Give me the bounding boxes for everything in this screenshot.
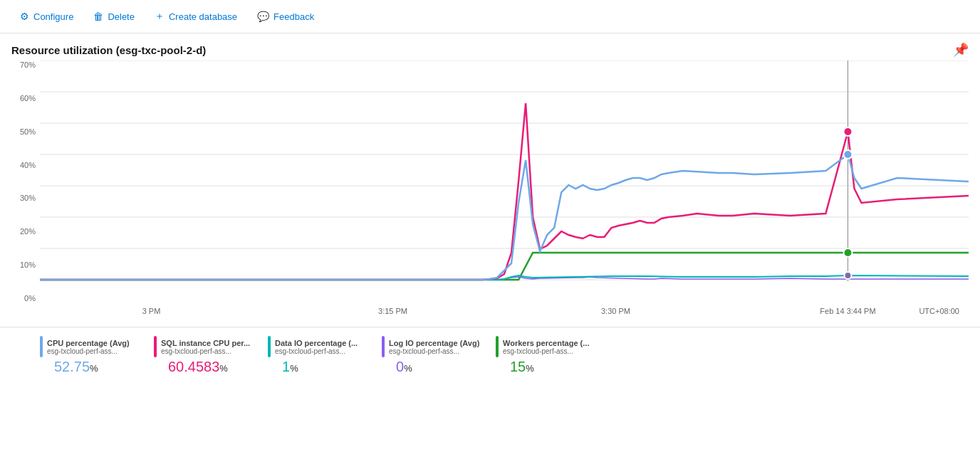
cpu-dot [843,150,852,159]
toolbar: ⚙ Configure 🗑 Delete ＋ Create database 💬… [0,0,980,33]
x-label-344pm: Feb 14 3:44 PM [820,307,875,315]
workers-color-bar [496,336,499,357]
x-label-330pm: 3:30 PM [601,307,630,315]
log-io-sub: esg-txcloud-perf-ass... [389,347,479,355]
create-db-icon: ＋ [155,10,165,23]
create-database-button[interactable]: ＋ Create database [146,6,246,27]
y-label-30: 30% [11,194,40,202]
legend-item-workers: Workers percentage (... esg-txcloud-perf… [496,336,595,375]
sql-cpu-sub: esg-txcloud-perf-ass... [161,347,250,355]
y-label-40: 40% [11,161,40,169]
sql-cpu-color-bar [154,336,157,357]
data-io-unit: % [290,363,298,374]
legend-item-log-io: Log IO percentage (Avg) esg-txcloud-perf… [382,336,481,375]
x-label-utc: UTC+08:00 [919,307,959,315]
log-io-color-bar [382,336,385,357]
cpu-value: 52.75 [54,359,90,375]
data-io-sub: esg-txcloud-perf-ass... [275,347,358,355]
legend-item-data-io: Data IO percentage (... esg-txcloud-perf… [268,336,368,375]
delete-button[interactable]: 🗑 Delete [85,6,143,26]
configure-button[interactable]: ⚙ Configure [11,6,82,26]
delete-icon: 🗑 [93,11,103,22]
data-io-series-name: Data IO percentage (... [275,339,358,347]
y-label-10: 10% [11,261,40,269]
data-io-value: 1 [282,359,290,375]
sql-cpu-series-name: SQL instance CPU per... [161,339,250,347]
legend: CPU percentage (Avg) esg-txcloud-perf-as… [0,327,980,381]
page-title: Resource utilization (esg-txc-pool-2-d) [11,44,206,56]
configure-label: Configure [33,11,73,22]
workers-unit: % [526,363,534,374]
sql-cpu-dot [843,127,852,136]
create-db-label: Create database [169,11,237,22]
cpu-unit: % [90,363,98,374]
workers-sub: esg-txcloud-perf-ass... [503,347,589,355]
cpu-series-name: CPU percentage (Avg) [47,339,130,347]
workers-series-name: Workers percentage (... [503,339,589,347]
configure-icon: ⚙ [20,11,29,22]
workers-value: 15 [510,359,526,375]
log-io-value: 0 [396,359,404,375]
log-io-series-name: Log IO percentage (Avg) [389,339,479,347]
y-label-50: 50% [11,127,40,136]
data-io-color-bar [268,336,271,357]
y-label-70: 70% [11,61,40,69]
y-label-0: 0% [11,294,40,303]
feedback-label: Feedback [273,11,314,22]
log-io-unit: % [404,363,412,374]
legend-item-cpu: CPU percentage (Avg) esg-txcloud-perf-as… [40,336,140,375]
chart-container: 70% 60% 50% 40% 30% 20% 10% 0% [0,61,980,324]
cpu-sub: esg-txcloud-perf-ass... [47,347,130,355]
pin-icon[interactable]: 📌 [953,42,969,58]
legend-item-sql-cpu: SQL instance CPU per... esg-txcloud-perf… [154,336,254,375]
sql-cpu-unit: % [219,363,228,374]
chart-svg [40,61,969,281]
x-axis: 3 PM 3:15 PM 3:30 PM Feb 14 3:44 PM UTC+… [40,307,969,324]
page-header: Resource utilization (esg-txc-pool-2-d) … [0,33,980,61]
delete-label: Delete [108,11,135,22]
y-label-60: 60% [11,94,40,103]
cpu-color-bar [40,336,43,357]
y-label-20: 20% [11,227,40,236]
workers-dot [843,248,852,257]
feedback-button[interactable]: 💬 Feedback [249,6,323,26]
x-label-315pm: 3:15 PM [378,307,407,315]
log-io-dot [844,272,851,279]
feedback-icon: 💬 [257,11,269,22]
x-label-3pm: 3 PM [142,307,161,315]
sql-cpu-value: 60.4583 [168,359,219,375]
